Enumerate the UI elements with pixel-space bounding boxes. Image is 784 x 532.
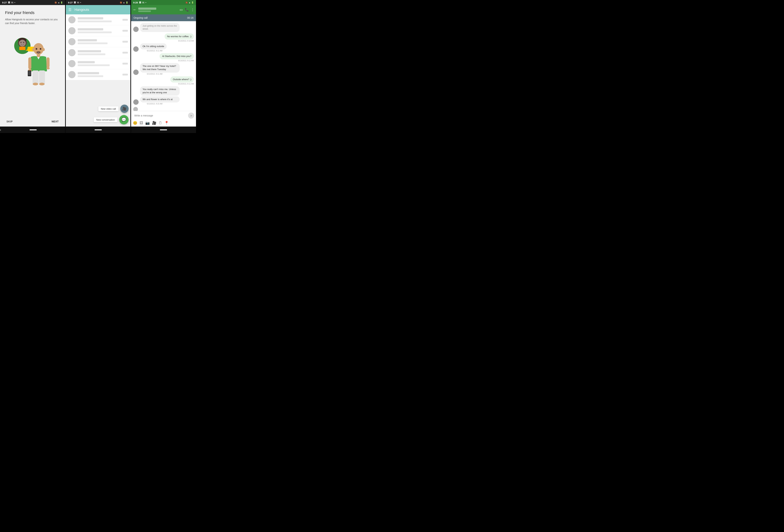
back-button[interactable]: ←	[133, 7, 137, 12]
msg-time: 6/13/2013, 9:11 AM	[147, 73, 179, 75]
conv-msg-3	[78, 42, 107, 44]
chat-toolbar: ← ▭ 📞 ⋮	[131, 5, 196, 14]
video-icon-action[interactable]: 🎥	[152, 121, 157, 125]
avatar	[133, 69, 139, 75]
chat-input-area: ➤ 😊 🖼 📷 🎥 🗒 📍	[131, 111, 196, 126]
conv-item-6[interactable]	[66, 69, 130, 80]
status-bar-3: 9:28 🖼 31 • 🔕 ▲ 🔋	[131, 0, 196, 5]
fab-area: New video call 🎥 New conversation 💬	[94, 105, 129, 124]
conv-time-6	[122, 74, 128, 76]
hangouts-toolbar: ☰ Hangouts	[66, 5, 130, 14]
find-friends-content: Find your friends Allow Hangouts to acce…	[0, 5, 65, 116]
msg-col-4: At Starbucks. Did miss you? 6/13/2013, 9…	[160, 53, 194, 62]
conv-item-3[interactable]	[66, 36, 130, 47]
status-icons-2: 🔕 ▲ 🔋	[120, 1, 128, 4]
msg-col-5: The one on 9th? Near my hotel? We met th…	[140, 63, 179, 75]
conv-avatar-3	[68, 38, 76, 45]
svg-point-12	[36, 48, 37, 50]
new-conversation-button[interactable]: 💬	[119, 115, 129, 124]
msg-time: 6/13/2013, 9:15 AM	[147, 103, 179, 105]
conv-info-6	[78, 72, 120, 77]
conv-item-2[interactable]	[66, 25, 130, 36]
voice-call-icon[interactable]: 📞	[185, 8, 189, 12]
msg-col-3: Ok I'm sitting outside 6/13/2013, 9:11 A…	[140, 43, 167, 52]
conv-name-3	[78, 39, 97, 41]
message-bubble-sent: At Starbucks. Did miss you?	[160, 53, 194, 59]
next-button[interactable]: NEXT	[51, 119, 59, 124]
message-icon: 💬	[121, 117, 126, 122]
time-3: 9:28	[133, 1, 138, 4]
conv-time-4	[122, 52, 128, 54]
camera-icon[interactable]: 📷	[145, 121, 150, 125]
fab-video-label: New video call	[99, 107, 118, 111]
calendar-icon: 31	[11, 1, 13, 4]
conv-item-1[interactable]	[66, 14, 130, 25]
status-bar-2: 9:27 🖼 31 • 🔕 ▲ 🔋	[66, 0, 130, 5]
battery-icon-2: 🔋	[126, 1, 128, 4]
chat-input-row: ➤	[131, 111, 196, 120]
table-row: The one on 9th? Near my hotel? We met th…	[133, 63, 194, 75]
image-icon[interactable]: 🖼	[140, 121, 143, 125]
chat-messages: Just getting on the metro across the str…	[131, 21, 196, 111]
conv-avatar-2	[68, 27, 76, 34]
msg-col-7: You really can't miss me. Unless you're …	[140, 86, 179, 105]
table-row: No worries for coffee. :) 6/13/2013, 9:1…	[133, 33, 194, 42]
fab-convo-label: New conversation	[94, 117, 117, 122]
find-friends-title: Find your friends	[5, 10, 60, 15]
nav-bar-1: ‹	[0, 126, 65, 133]
svg-point-15	[43, 48, 45, 51]
conv-avatar-6	[68, 71, 76, 78]
conv-msg-5	[78, 64, 110, 66]
more-options-icon[interactable]: ⋮	[191, 8, 194, 12]
svg-point-25	[33, 83, 38, 85]
conv-avatar-1	[68, 16, 76, 23]
emoji-icon[interactable]: 😊	[133, 121, 137, 125]
msg-time: 6/13/2013, 9:11 AM	[147, 50, 167, 52]
photo-icon-2: 🖼	[74, 1, 76, 4]
conv-avatar-5	[68, 60, 76, 67]
message-bubble-sent: Outside where? ;)	[170, 77, 194, 83]
wifi-icon-3: ▲	[189, 1, 191, 4]
table-row: Just getting on the metro across the str…	[133, 23, 194, 32]
message-bubble-sent: No worries for coffee. :)	[165, 33, 194, 39]
message-input[interactable]	[133, 113, 188, 118]
sticker-icon[interactable]: 🗒	[159, 121, 162, 125]
nav-bar-3	[131, 126, 196, 133]
svg-point-4	[21, 42, 22, 43]
location-icon[interactable]: 📍	[164, 121, 169, 125]
message-bubble: 9th and flower is where it's at	[140, 96, 179, 102]
conv-msg-6	[78, 75, 103, 77]
conv-time-3	[122, 41, 128, 42]
avatar	[133, 27, 139, 32]
chat-actions-row: 😊 🖼 📷 🎥 🗒 📍	[131, 120, 196, 126]
conv-avatar-4	[68, 49, 76, 56]
new-video-call-button[interactable]: 🎥	[120, 105, 129, 113]
fab-video-row: New video call 🎥	[99, 105, 129, 113]
status-icons-1: 🔕 ▲ 🔋	[55, 1, 63, 4]
conv-item-4[interactable]	[66, 47, 130, 58]
svg-point-5	[23, 42, 24, 43]
chat-toolbar-icons: ▭ 📞 ⋮	[179, 8, 194, 12]
conv-name-1	[78, 17, 103, 20]
menu-icon[interactable]: ☰	[68, 7, 72, 12]
video-call-icon[interactable]: ▭	[179, 8, 183, 12]
calendar-icon-3: 31	[142, 1, 144, 4]
svg-point-22	[47, 67, 50, 69]
ongoing-call-label: Ongoing call	[134, 17, 187, 19]
conv-info-3	[78, 39, 120, 44]
dot-icon-3: •	[145, 1, 146, 4]
svg-point-13	[40, 48, 41, 50]
svg-rect-6	[19, 47, 25, 50]
conv-item-5[interactable]	[66, 58, 130, 69]
conv-time-5	[122, 63, 128, 64]
send-button[interactable]: ➤	[188, 113, 194, 119]
send-icon: ➤	[190, 114, 192, 117]
find-friends-desc: Allow Hangouts to access your contacts s…	[5, 18, 60, 25]
skip-button[interactable]: SKIP	[6, 119, 13, 124]
svg-point-14	[32, 48, 34, 51]
time-1: 9:27	[2, 1, 7, 4]
conv-name-6	[78, 72, 99, 74]
msg-col-1: Just getting on the metro across the str…	[140, 23, 179, 32]
msg-time: 6/13/2013, 9:11 AM	[178, 60, 194, 62]
svg-rect-20	[28, 71, 31, 75]
